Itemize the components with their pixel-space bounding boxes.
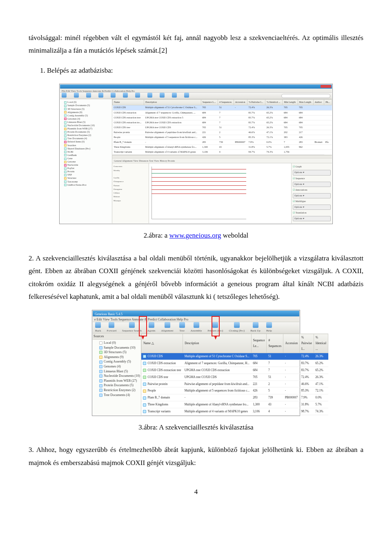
- toolbar-button[interactable]: Back Up: [250, 322, 261, 334]
- column-header[interactable]: % Identical ...: [314, 334, 328, 353]
- sidebar-item[interactable]: Nucleotide Documents (10): [94, 374, 140, 378]
- sidebar-item[interactable]: UniProt/Swiss-Prot: [61, 183, 111, 187]
- splitter[interactable]: [112, 155, 332, 158]
- option-checkbox[interactable]: Annotations: [293, 188, 331, 192]
- sidebar-item[interactable]: Genomes (4): [94, 364, 140, 369]
- table-row[interactable]: Pfam B_7 domain-283739PB0000077.9%0.0%72…: [113, 140, 332, 145]
- options-button[interactable]: Options ▾: [293, 193, 331, 198]
- table-row[interactable]: COXII CDS extraction tre...UPGMA tree CO…: [113, 120, 332, 125]
- column-header[interactable]: Name: [113, 100, 144, 105]
- sidebar-item[interactable]: Restriction Enzymes (2): [94, 388, 140, 393]
- toolbar-button[interactable]: [135, 93, 140, 99]
- search-input[interactable]: [281, 94, 330, 98]
- option-checkbox[interactable]: Sequence: [293, 176, 331, 181]
- column-header[interactable]: Accession: [283, 334, 300, 353]
- viewer-options[interactable]: GraphOptions ▾SequenceOptions ▾Annotatio…: [291, 163, 332, 223]
- sidebar-item[interactable]: Taxonomy: [61, 180, 111, 183]
- sidebar-item[interactable]: Contig Assembly (5): [94, 359, 140, 364]
- sidebar-item[interactable]: Protein Documents (5): [61, 130, 111, 134]
- column-header[interactable]: Description: [183, 334, 252, 353]
- sidebar-item[interactable]: Shared Databases (Pro): [61, 147, 111, 150]
- column-header[interactable]: # Sequences: [267, 334, 283, 353]
- toolbar-button[interactable]: Sequence Search: [122, 322, 142, 334]
- table-row[interactable]: Pairwise proteinPairwise alignment of pe…: [141, 380, 328, 387]
- sidebar-item[interactable]: Protein: [61, 170, 111, 173]
- toolbar-button[interactable]: [184, 93, 189, 99]
- table-row[interactable]: Three KingdomsMultiple alignment of Alan…: [113, 145, 332, 150]
- sidebar-item[interactable]: Plasmids from WEB (27): [61, 127, 111, 130]
- sidebar-item[interactable]: Local (0): [94, 340, 140, 345]
- toolbar-button[interactable]: Cloning (Pro): [229, 322, 245, 334]
- option-checkbox[interactable]: Multiligne: [293, 199, 331, 204]
- sidebar-item[interactable]: Tree Documents (4): [94, 393, 140, 398]
- table-row[interactable]: PeopleMultiple alignment of 5 sequences …: [113, 135, 332, 140]
- sidebar-item[interactable]: Contig Assembly (5): [61, 114, 111, 117]
- table-row[interactable]: Transcript variantsMultiple alignment of…: [141, 408, 328, 415]
- sidebar-item[interactable]: Gene: [61, 157, 111, 160]
- options-button[interactable]: Options ▾: [293, 216, 331, 221]
- menubar[interactable]: e Edit View Tools Sequence Annotate & Pr…: [93, 316, 299, 322]
- sidebar[interactable]: Local (0)Sample Documents (5)3D Structur…: [60, 99, 112, 223]
- options-button[interactable]: Options ▾: [293, 205, 331, 210]
- column-header[interactable]: Name △: [141, 334, 183, 353]
- column-header[interactable]: % Identical ...: [265, 100, 283, 105]
- sidebar-item[interactable]: Tree Documents (4): [61, 137, 111, 140]
- column-header[interactable]: Accession: [234, 100, 247, 105]
- sidebar-item[interactable]: Protein Documents (5): [94, 383, 140, 388]
- sidebar-item[interactable]: Alignments (9): [61, 111, 111, 114]
- sidebar-item[interactable]: Local (0): [61, 100, 111, 104]
- column-header[interactable]: % Pairwise I...: [247, 100, 265, 105]
- sidebar-item[interactable]: Nucleotide Documents (10): [61, 124, 111, 127]
- toolbar-button[interactable]: Tree: [179, 322, 185, 334]
- options-button[interactable]: Options ▾: [293, 170, 331, 175]
- sidebar-item[interactable]: 3D Structures (5): [61, 107, 111, 111]
- table-row[interactable]: Transcript variantsMultiple alignment of…: [113, 150, 332, 155]
- sidebar-item[interactable]: GenBank: [61, 154, 111, 157]
- column-header[interactable]: Sequence Le...: [251, 334, 267, 353]
- sidebar-item[interactable]: Nucleotide: [61, 163, 111, 167]
- toolbar-button[interactable]: Help: [266, 322, 272, 334]
- column-header[interactable]: # Sequences: [218, 100, 234, 105]
- toolbar-button[interactable]: [86, 93, 91, 99]
- column-header[interactable]: Ph...: [324, 100, 332, 105]
- column-header[interactable]: Max Length: [298, 100, 313, 105]
- sidebar-item[interactable]: Searches: [61, 144, 111, 147]
- sidebar-item[interactable]: Deleted Items (0): [61, 140, 111, 143]
- table-row[interactable]: COXII CDS extraction treeUPGMA tree COXI…: [113, 115, 332, 120]
- toolbar-button[interactable]: Forward: [107, 322, 116, 334]
- table-row[interactable]: Pfam B_7 domain-283739PB0000077.9%0.0%: [141, 394, 328, 401]
- option-checkbox[interactable]: Translation: [293, 211, 331, 215]
- toolbar-button[interactable]: Primers (Pro): [208, 322, 223, 334]
- toolbar-button[interactable]: [123, 93, 128, 99]
- column-header[interactable]: Author: [313, 100, 324, 105]
- toolbar[interactable]: BackForwardSequence SearchAgentsAlignmen…: [93, 322, 299, 334]
- sidebar-item[interactable]: Genome: [61, 160, 111, 163]
- table-row[interactable]: COXII CDSMultiple alignment of 51 Cytoch…: [113, 105, 332, 110]
- option-checkbox[interactable]: Graph: [293, 165, 331, 169]
- sidebar-item[interactable]: Genomes (4): [61, 117, 111, 120]
- sidebar[interactable]: Sources Local (0)Sample Documents (10)3D…: [93, 334, 141, 415]
- sidebar-item[interactable]: Sample Documents (10): [94, 345, 140, 350]
- sidebar-item[interactable]: Alignments (9): [94, 355, 140, 360]
- column-header[interactable]: Sequence L...: [201, 100, 218, 105]
- sidebar-item[interactable]: Sample Documents (5): [61, 104, 111, 107]
- sidebar-item[interactable]: 3D Structures (5): [94, 350, 140, 355]
- sidebar-item[interactable]: PopSet: [61, 167, 111, 170]
- table-row[interactable]: Three KingdomsMultiple alignment of Alan…: [141, 401, 328, 408]
- table-row[interactable]: COXII CDS treeUPGMA tree COXII CDS70551-…: [141, 374, 328, 380]
- document-table[interactable]: Name △DescriptionSequence Le...# Sequenc…: [141, 334, 328, 415]
- toolbar-button[interactable]: [172, 93, 177, 99]
- toolbar-button[interactable]: [147, 93, 152, 99]
- sidebar-item[interactable]: SNP: [61, 173, 111, 176]
- table-row[interactable]: Pairwise proteinPairwise alignment of pe…: [113, 130, 332, 135]
- toolbar-button[interactable]: Back: [95, 322, 101, 334]
- toolbar-button[interactable]: Assembly: [191, 322, 202, 334]
- sidebar-item[interactable]: Restriction Enzymes (2): [61, 134, 111, 137]
- document-table[interactable]: NameDescriptionSequence L...# SequencesA…: [112, 99, 332, 155]
- toolbar[interactable]: [60, 93, 332, 99]
- toolbar-button[interactable]: [74, 93, 79, 99]
- table-row[interactable]: PeopleMultiple alignment of 5 sequences …: [141, 387, 328, 394]
- toolbar-button[interactable]: [62, 93, 67, 99]
- table-row[interactable]: COXII CDS treeUPGMA tree COXII CDS705517…: [113, 125, 332, 130]
- table-row[interactable]: COXII CDS extractionAlignment of 7 seque…: [141, 360, 328, 367]
